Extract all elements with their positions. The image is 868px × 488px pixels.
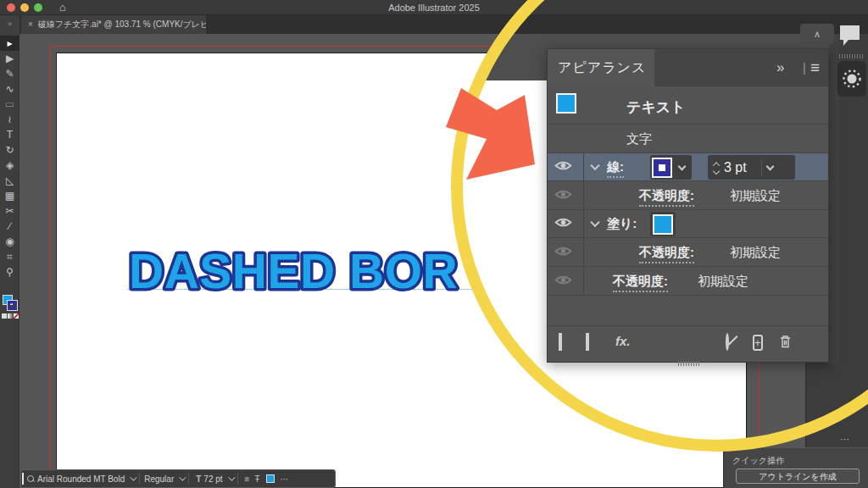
- illustrator-window: ⌂ Adobe Illustrator 2025 » ×破線フチ文字.ai* @…: [0, 0, 868, 488]
- direct-selection-tool-icon[interactable]: ▶: [0, 51, 19, 66]
- font-style-field[interactable]: Regular: [144, 474, 174, 484]
- tools-panel: ▸ ▶ ✎ ∿ ▭ ≀ T ↻ ◈ ◺ ▦ ✂ ∕ ◉ ⌗ ⚲ ◐ ▢ ⋯: [0, 34, 19, 488]
- rectangle-tool-icon[interactable]: ▭: [0, 97, 19, 112]
- cursor-bar: [22, 473, 24, 485]
- font-size-dropdown-icon[interactable]: [228, 474, 235, 480]
- paintbrush-tool-icon[interactable]: ≀: [0, 112, 19, 127]
- quick-actions-section: クイック操作 アウトラインを作成: [723, 447, 868, 488]
- color-mode-row[interactable]: [2, 313, 19, 319]
- font-search-icon[interactable]: [27, 475, 35, 483]
- font-style-dropdown-icon[interactable]: [179, 474, 186, 480]
- blend-tool-icon[interactable]: ◉: [0, 234, 19, 249]
- eraser-tool-icon[interactable]: ◈: [0, 158, 19, 173]
- document-tab-title: 破線フチ文字.ai* @ 103.71 % (CMYK/プレビュー): [38, 19, 206, 29]
- paragraph-icon[interactable]: ≡: [245, 474, 250, 484]
- zoom-tool-icon[interactable]: ⚲: [0, 264, 19, 280]
- character-quick-bar: Arial Rounded MT Bold Regular T 72 pt ≡ …: [20, 469, 336, 488]
- touch-type-icon[interactable]: Ŧ: [254, 474, 259, 484]
- align-more-icon[interactable]: ⋯: [840, 434, 850, 445]
- document-tab[interactable]: ×破線フチ文字.ai* @ 103.71 % (CMYK/プレビュー): [21, 15, 206, 34]
- font-size-field[interactable]: 72 pt: [203, 474, 222, 484]
- gradient-tool-icon[interactable]: ▦: [0, 188, 19, 203]
- rotate-tool-icon[interactable]: ↻: [0, 142, 19, 158]
- scale-tool-icon[interactable]: ◺: [0, 173, 19, 188]
- fill-stroke-swatches[interactable]: [3, 295, 18, 310]
- toolbar-collapse-icon[interactable]: »: [0, 15, 19, 34]
- curvature-tool-icon[interactable]: ∿: [0, 81, 19, 97]
- stroke-swatch[interactable]: [8, 301, 17, 310]
- fontbar-more-icon[interactable]: ⋯: [281, 474, 289, 484]
- tab-close-icon[interactable]: ×: [28, 19, 33, 29]
- font-name-field[interactable]: Arial Rounded MT Bold: [37, 474, 125, 484]
- font-name-dropdown-icon[interactable]: [130, 474, 136, 480]
- type-tool-icon[interactable]: T: [0, 127, 19, 142]
- scissors-tool-icon[interactable]: ✂: [0, 203, 19, 219]
- font-size-icon: T: [196, 474, 201, 484]
- text-color-swatch[interactable]: [266, 474, 275, 483]
- callout-arrow-icon: [439, 75, 549, 193]
- create-outline-button[interactable]: アウトラインを作成: [736, 469, 860, 484]
- selection-tool-icon[interactable]: ▸: [0, 36, 19, 51]
- pen-tool-icon[interactable]: ✎: [0, 66, 19, 81]
- eyedropper-tool-icon[interactable]: ∕: [0, 219, 19, 234]
- quick-actions-label: クイック操作: [732, 455, 784, 467]
- headline-text[interactable]: DASHED BOR: [129, 244, 458, 298]
- artboard-tool-icon[interactable]: ⌗: [0, 249, 19, 264]
